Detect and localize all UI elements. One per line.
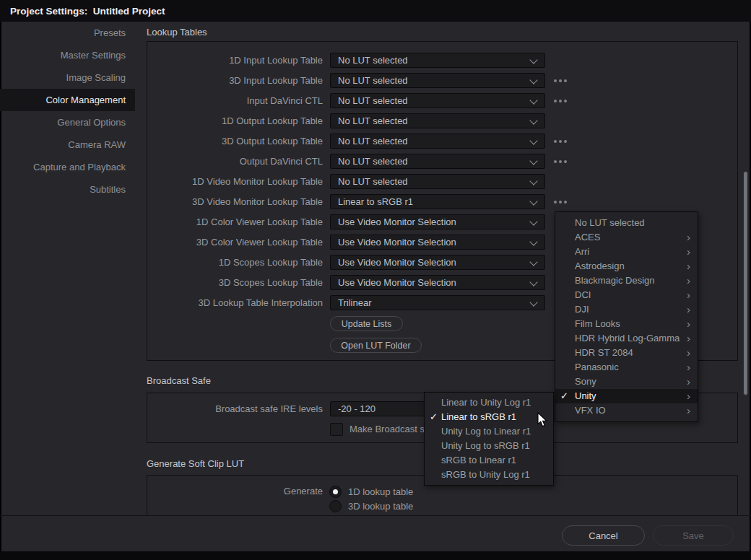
vertical-scrollbar-thumb[interactable] — [743, 171, 748, 395]
check-icon: ✓ — [560, 389, 568, 403]
options-menu-icon[interactable] — [552, 154, 568, 169]
dialog-title: Project Settings: Untitled Project — [0, 6, 165, 17]
submenu-arrow-icon: › — [687, 288, 690, 302]
submenu-arrow-icon: › — [687, 389, 690, 403]
submenu-arrow-icon: › — [687, 274, 690, 287]
row-label: 3D Scopes Lookup Table — [219, 275, 323, 290]
dropdown-value: No LUT selected — [338, 53, 408, 67]
menu-item-arri[interactable]: Arri› — [555, 245, 698, 259]
dropdown-3d-scopes[interactable]: Use Video Monitor Selection — [330, 275, 545, 290]
open-lut-folder-button[interactable]: Open LUT Folder — [330, 338, 422, 353]
chevron-down-icon — [529, 278, 537, 286]
cancel-button[interactable]: Cancel — [562, 525, 645, 546]
chevron-down-icon — [529, 116, 537, 124]
dropdown-interpolation[interactable]: Trilinear — [330, 295, 545, 310]
row-label: 3D Video Monitor Lookup Table — [192, 194, 323, 209]
chevron-down-icon — [529, 298, 537, 306]
dropdown-3d-video-monitor[interactable]: Linear to sRGB r1 — [330, 194, 545, 209]
radio-3d-lookup-table[interactable] — [329, 500, 342, 512]
row-label: 3D Color Viewer Lookup Table — [196, 235, 323, 250]
dropdown-input-ctl[interactable]: No LUT selected — [330, 93, 545, 108]
submenu-arrow-icon: › — [687, 360, 690, 374]
menu-item-sony[interactable]: Sony› — [555, 375, 698, 389]
sidebar-item-image-scaling[interactable]: Image Scaling — [0, 66, 135, 89]
options-menu-icon[interactable] — [552, 93, 568, 108]
submenu-arrow-icon: › — [687, 245, 690, 258]
options-menu-icon[interactable] — [552, 134, 568, 149]
project-settings-dialog: Project Settings: Untitled Project Prese… — [0, 0, 751, 560]
submenu-item-unity-log-to-srgb[interactable]: Unity Log to sRGB r1 — [425, 439, 553, 453]
menu-item-vfx-io[interactable]: VFX IO› — [555, 403, 698, 418]
make-broadcast-safe-checkbox[interactable] — [330, 423, 343, 436]
sidebar-item-camera-raw[interactable]: Camera RAW — [0, 134, 135, 156]
chevron-down-icon — [529, 177, 537, 185]
sidebar-item-subtitles[interactable]: Subtitles — [0, 178, 135, 201]
lut-row-3d-input: 3D Input Lookup Table No LUT selected — [147, 73, 739, 88]
sidebar-item-color-management[interactable]: Color Management — [0, 89, 135, 111]
menu-item-dci[interactable]: DCI› — [555, 288, 698, 302]
lut-row-1d-video-monitor: 1D Video Monitor Lookup Table No LUT sel… — [147, 174, 739, 189]
menu-item-no-lut[interactable]: No LUT selected — [555, 216, 698, 230]
submenu-arrow-icon: › — [687, 230, 690, 244]
row-label: 1D Output Lookup Table — [222, 113, 323, 128]
dropdown-value: -20 - 120 — [338, 402, 376, 416]
lut-row-3d-output: 3D Output Lookup Table No LUT selected — [147, 134, 739, 149]
menu-item-dji[interactable]: DJI› — [555, 302, 698, 317]
menu-item-hdr-st2084[interactable]: HDR ST 2084› — [555, 346, 698, 360]
chevron-down-icon — [529, 96, 537, 104]
row-label: Input DaVinci CTL — [247, 93, 323, 108]
dropdown-value: No LUT selected — [338, 175, 408, 188]
chevron-down-icon — [529, 157, 537, 165]
lut-row-1d-input: 1D Input Lookup Table No LUT selected — [147, 53, 739, 68]
submenu-arrow-icon: › — [687, 259, 690, 273]
row-label: Output DaVinci CTL — [240, 154, 323, 169]
dropdown-1d-scopes[interactable]: Use Video Monitor Selection — [330, 255, 545, 270]
submenu-arrow-icon: › — [687, 331, 690, 345]
chevron-down-icon — [529, 258, 537, 266]
dropdown-value: No LUT selected — [338, 154, 408, 168]
menu-item-blackmagic-design[interactable]: Blackmagic Design› — [555, 274, 698, 288]
options-menu-icon[interactable] — [552, 73, 568, 88]
submenu-arrow-icon: › — [687, 346, 690, 359]
row-label: 3D Output Lookup Table — [222, 134, 323, 149]
dropdown-value: No LUT selected — [338, 134, 408, 148]
lut-row-input-ctl: Input DaVinci CTL No LUT selected — [147, 93, 739, 108]
menu-item-panasonic[interactable]: Panasonic› — [555, 360, 698, 375]
row-label: Broadcast safe IRE levels — [215, 401, 323, 416]
chevron-down-icon — [529, 136, 537, 144]
lut-row-1d-output: 1D Output Lookup Table No LUT selected — [147, 113, 739, 128]
update-lists-button[interactable]: Update Lists — [330, 316, 403, 331]
save-button[interactable]: Save — [653, 525, 734, 546]
menu-item-unity[interactable]: ✓Unity› — [555, 389, 698, 403]
row-label: 3D Lookup Table Interpolation — [199, 295, 324, 310]
menu-item-film-looks[interactable]: Film Looks› — [555, 317, 698, 331]
submenu-item-linear-to-srgb[interactable]: ✓Linear to sRGB r1 — [425, 410, 553, 424]
chevron-down-icon — [529, 197, 537, 205]
dropdown-1d-video-monitor[interactable]: No LUT selected — [330, 174, 545, 189]
sidebar-item-general-options[interactable]: General Options — [0, 111, 135, 134]
lut-row-output-ctl: Output DaVinci CTL No LUT selected — [147, 154, 739, 169]
sidebar-item-capture-playback[interactable]: Capture and Playback — [0, 156, 135, 178]
dropdown-1d-color-viewer[interactable]: Use Video Monitor Selection — [330, 214, 545, 229]
menu-item-hdr-hlg[interactable]: HDR Hybrid Log-Gamma› — [555, 331, 698, 346]
dropdown-3d-input[interactable]: No LUT selected — [330, 73, 545, 88]
unity-lut-submenu: Linear to Unity Log r1 ✓Linear to sRGB r… — [424, 392, 554, 486]
dropdown-output-ctl[interactable]: No LUT selected — [330, 154, 545, 169]
radio-1d-lookup-table[interactable] — [329, 486, 342, 498]
options-menu-icon[interactable] — [552, 194, 568, 209]
submenu-item-srgb-to-unity-log[interactable]: sRGB to Unity Log r1 — [425, 468, 553, 482]
submenu-item-linear-to-unity-log[interactable]: Linear to Unity Log r1 — [425, 395, 553, 410]
bottom-strip — [0, 551, 751, 560]
menu-item-aces[interactable]: ACES› — [555, 230, 698, 245]
mouse-cursor — [537, 412, 548, 427]
menu-item-astrodesign[interactable]: Astrodesign› — [555, 259, 698, 274]
sidebar-item-master-settings[interactable]: Master Settings — [0, 44, 135, 66]
dropdown-3d-color-viewer[interactable]: Use Video Monitor Selection — [330, 235, 545, 250]
submenu-item-unity-log-to-linear[interactable]: Unity Log to Linear r1 — [425, 424, 553, 439]
dropdown-3d-output[interactable]: No LUT selected — [330, 134, 545, 149]
sidebar-item-presets[interactable]: Presets — [0, 22, 135, 44]
dropdown-1d-input[interactable]: No LUT selected — [330, 53, 545, 68]
submenu-item-srgb-to-linear[interactable]: sRGB to Linear r1 — [425, 453, 553, 468]
section-title-lookup-tables: Lookup Tables — [147, 27, 207, 38]
dropdown-1d-output[interactable]: No LUT selected — [330, 113, 545, 128]
